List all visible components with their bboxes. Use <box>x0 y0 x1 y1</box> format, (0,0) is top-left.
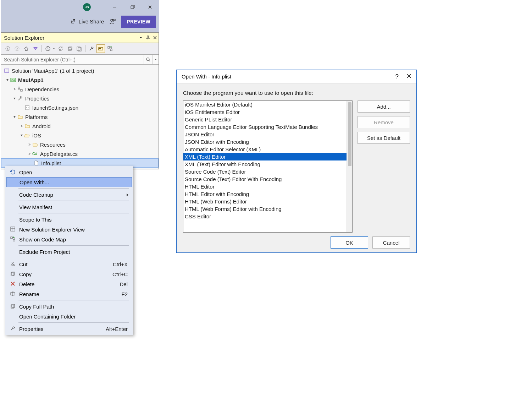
add-node-icon[interactable] <box>106 44 114 53</box>
program-list-item[interactable]: Source Code (Text) Editor <box>183 168 347 175</box>
chevron-right-icon[interactable] <box>12 87 17 91</box>
ctx-show-code-map[interactable]: Show on Code Map <box>6 234 132 244</box>
program-list-item[interactable]: HTML (Web Forms) Editor <box>183 198 347 205</box>
feedback-icon[interactable] <box>109 18 116 25</box>
chevron-down-icon[interactable] <box>12 115 17 119</box>
window-restore-button[interactable] <box>123 0 141 14</box>
program-list-item[interactable]: HTML Editor with Encoding <box>183 190 347 198</box>
rename-icon <box>10 291 16 298</box>
ctx-copy[interactable]: Copy Ctrl+C <box>6 269 132 279</box>
program-list[interactable]: iOS Manifest Editor (Default)iOS Entitle… <box>183 100 353 233</box>
solution-node[interactable]: Solution 'MauiApp1' (1 of 1 project) <box>1 66 159 75</box>
user-avatar[interactable]: JS <box>83 3 91 11</box>
launchsettings-node[interactable]: launchSettings.json <box>1 103 159 112</box>
ctx-open-with[interactable]: Open With... <box>6 177 132 187</box>
resources-node[interactable]: Resources <box>1 140 159 149</box>
chevron-down-icon[interactable] <box>12 96 17 100</box>
help-icon[interactable]: ? <box>395 73 399 80</box>
file-icon <box>33 160 39 166</box>
appdelegate-node[interactable]: C# AppDelegate.cs <box>1 149 159 158</box>
panel-options-dropdown[interactable] <box>137 34 144 41</box>
dialog-close-icon[interactable] <box>406 73 411 80</box>
scrollbar[interactable] <box>347 101 352 232</box>
ctx-cut[interactable]: Cut Ctrl+X <box>6 259 132 269</box>
program-list-item[interactable]: XML (Text) Editor with Encoding <box>183 160 347 168</box>
ctx-view-manifest[interactable]: View Manifest <box>6 202 132 212</box>
ctx-rename[interactable]: Rename F2 <box>6 289 132 299</box>
submenu-arrow-icon <box>126 192 129 198</box>
remove-button[interactable]: Remove <box>358 116 410 128</box>
dialog-instruction: Choose the program you want to use to op… <box>183 90 410 96</box>
nav-forward-icon[interactable] <box>13 44 21 53</box>
program-list-item[interactable]: Source Code (Text) Editor With Encoding <box>183 175 347 183</box>
ctx-open-containing[interactable]: Open Containing Folder <box>6 311 132 321</box>
show-all-files-icon[interactable] <box>75 44 83 53</box>
program-list-item[interactable]: XML (Text) Editor <box>183 153 347 160</box>
switch-views-icon[interactable] <box>31 44 40 53</box>
csharp-file-icon: C# <box>32 151 38 157</box>
sync-icon[interactable] <box>56 44 65 53</box>
folder-icon <box>32 142 38 147</box>
preview-selected-items-icon[interactable] <box>96 44 105 53</box>
solution-explorer-title: Solution Explorer <box>4 35 137 41</box>
search-input[interactable] <box>1 56 144 63</box>
program-list-item[interactable]: Common Language Editor Supporting TextMa… <box>183 123 347 131</box>
dialog-titlebar: Open With - Info.plist ? <box>177 70 416 83</box>
csproj-icon: C# <box>10 77 16 83</box>
program-list-item[interactable]: CSS Editor <box>183 213 347 220</box>
ctx-delete[interactable]: Delete Del <box>6 279 132 289</box>
program-list-item[interactable]: Automatic Editor Selector (XML) <box>183 146 347 153</box>
program-list-item[interactable]: JSON Editor <box>183 131 347 138</box>
program-list-item[interactable]: iOS Entitlements Editor <box>183 108 347 116</box>
panel-close-icon[interactable] <box>151 34 159 41</box>
svg-rect-21 <box>11 227 15 231</box>
project-node[interactable]: C# MauiApp1 <box>1 75 159 85</box>
chevron-down-icon[interactable] <box>20 133 24 137</box>
window-minimize-button[interactable] <box>106 0 123 14</box>
program-list-item[interactable]: Generic PList Editor <box>183 116 347 123</box>
ok-button[interactable]: OK <box>331 236 368 249</box>
home-icon[interactable] <box>22 44 31 53</box>
properties-node[interactable]: Properties <box>1 94 159 103</box>
panel-pin-icon[interactable] <box>144 34 151 41</box>
svg-rect-27 <box>12 272 15 275</box>
program-list-item[interactable]: HTML (Web Forms) Editor with Encoding <box>183 205 347 213</box>
search-options-dropdown[interactable] <box>152 55 159 64</box>
chevron-right-icon[interactable] <box>27 152 32 156</box>
pending-changes-filter-icon[interactable] <box>44 44 52 53</box>
svg-rect-11 <box>108 47 110 48</box>
android-node[interactable]: Android <box>1 121 159 131</box>
program-list-item[interactable]: JSON Editor with Encoding <box>183 138 347 146</box>
properties-icon[interactable] <box>87 44 96 53</box>
chevron-down-icon[interactable] <box>5 78 10 82</box>
program-list-item[interactable]: iOS Manifest Editor (Default) <box>183 101 347 108</box>
ctx-open[interactable]: Open <box>6 167 132 177</box>
live-share-button[interactable]: Live Share <box>70 18 104 25</box>
collapse-all-icon[interactable] <box>66 44 74 53</box>
ctx-copy-full-path[interactable]: Copy Full Path <box>6 301 132 311</box>
ctx-exclude[interactable]: Exclude From Project <box>6 247 132 257</box>
nav-back-icon[interactable] <box>4 44 12 53</box>
set-default-button[interactable]: Set as Default <box>358 132 410 144</box>
dependencies-node[interactable]: Dependencies <box>1 85 159 94</box>
cancel-button[interactable]: Cancel <box>372 236 410 249</box>
new-view-icon <box>10 226 16 233</box>
search-icon[interactable] <box>144 55 152 64</box>
chevron-right-icon[interactable] <box>20 124 24 128</box>
preview-button[interactable]: PREVIEW <box>121 16 156 28</box>
add-button[interactable]: Add... <box>358 100 410 113</box>
ctx-properties[interactable]: Properties Alt+Enter <box>6 324 132 334</box>
folder-icon <box>17 114 23 120</box>
program-list-item[interactable]: HTML Editor <box>183 183 347 190</box>
context-menu: Open Open With... Code Cleanup View Mani… <box>5 166 133 335</box>
ctx-new-se-view[interactable]: New Solution Explorer View <box>6 224 132 234</box>
svg-rect-26 <box>11 273 14 276</box>
window-close-button[interactable] <box>141 0 159 14</box>
chevron-right-icon[interactable] <box>27 142 32 147</box>
platforms-node[interactable]: Platforms <box>1 112 159 121</box>
folder-icon <box>24 123 30 129</box>
ios-node[interactable]: iOS <box>1 131 159 140</box>
ctx-code-cleanup[interactable]: Code Cleanup <box>6 190 132 200</box>
scrollbar-thumb[interactable] <box>348 102 351 166</box>
ctx-scope-to-this[interactable]: Scope to This <box>6 214 132 224</box>
